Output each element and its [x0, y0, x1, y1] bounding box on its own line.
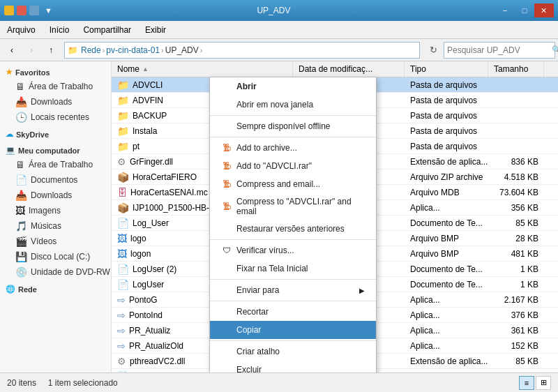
- sidebar-item-desktop2[interactable]: 🖥 Área de Trabalho: [0, 157, 111, 172]
- addr-server[interactable]: pv-cin-data-01: [106, 45, 160, 55]
- sidebar-item-desktop1[interactable]: 🖥 Área de Trabalho: [0, 79, 111, 94]
- context-menu-item[interactable]: 🗜Add to "ADVCLI.rar": [210, 157, 376, 175]
- forward-button[interactable]: ›: [22, 41, 40, 59]
- file-type-cell: Pasta de arquivos: [405, 77, 488, 92]
- sidebar-item-downloads2[interactable]: 📥 Downloads: [0, 188, 111, 203]
- submenu-arrow: ▶: [359, 287, 365, 294]
- file-name: ADVCLI: [133, 80, 163, 90]
- file-type-cell: Documento de Te...: [405, 277, 488, 292]
- minimize-button[interactable]: −: [495, 3, 515, 17]
- context-menu-item[interactable]: Recortar: [210, 303, 376, 321]
- sidebar-item-recent[interactable]: 🕒 Locais recentes: [0, 110, 111, 125]
- file-type-icon: 📦: [117, 202, 129, 213]
- context-menu-item[interactable]: Copiar: [210, 321, 376, 339]
- sidebar-skydrive-header[interactable]: ☁ SkyDrive: [0, 128, 111, 141]
- col-type[interactable]: Tipo: [405, 61, 488, 77]
- file-name: PontoInd: [129, 310, 163, 320]
- refresh-button[interactable]: ↻: [424, 41, 442, 59]
- ctx-zip-icon: 🗜: [221, 142, 232, 153]
- context-menu-item[interactable]: 🗜Compress to "ADVCLI.rar" and email: [210, 193, 376, 220]
- sidebar-item-disk-c[interactable]: 💾 Disco Local (C:): [0, 249, 111, 264]
- file-name: BACKUP: [133, 111, 167, 121]
- file-type: Extensão de aplica...: [410, 157, 488, 167]
- file-type-icon: ⚙: [117, 356, 126, 367]
- file-type: Documento de Te...: [410, 264, 483, 274]
- context-menu-item[interactable]: Abrir: [210, 77, 376, 96]
- context-menu-item[interactable]: Enviar para▶: [210, 281, 376, 299]
- menu-inicio[interactable]: Início: [43, 21, 77, 38]
- sidebar-network-header[interactable]: 🌐 Rede: [0, 282, 111, 296]
- sidebar-computer-header[interactable]: 💻 Meu computador: [0, 144, 111, 157]
- context-menu-item[interactable]: Excluir: [210, 361, 376, 372]
- sidebar-label-desktop1: Área de Trabalho: [29, 82, 93, 91]
- file-type-cell: Pasta de arquivos: [405, 139, 488, 153]
- context-menu-item[interactable]: Sempre disponível offline: [210, 117, 376, 135]
- addr-current[interactable]: UP_ADV: [165, 45, 199, 55]
- sidebar-item-images[interactable]: 🖼 Imagens: [0, 203, 111, 218]
- context-menu-item[interactable]: 🛡Verificar vírus...: [210, 241, 376, 259]
- menu-exibir[interactable]: Exibir: [138, 21, 173, 38]
- sidebar-computer: 💻 Meu computador 🖥 Área de Trabalho 📄 Do…: [0, 144, 111, 280]
- ctx-label: Abrir em nova janela: [236, 100, 313, 110]
- close-button[interactable]: ✕: [534, 3, 554, 17]
- context-menu-separator: [210, 239, 376, 240]
- context-menu-item[interactable]: Criar atalho: [210, 342, 376, 361]
- file-size: 2.167 KB: [504, 295, 538, 305]
- ctx-label: Criar atalho: [236, 347, 280, 356]
- file-type-icon: ⇨: [117, 340, 126, 352]
- view-details-button[interactable]: ≡: [519, 376, 534, 390]
- file-type: Arquivo ZIP archive: [410, 172, 483, 182]
- sidebar-favorites-header[interactable]: ★ Favoritos: [0, 66, 111, 79]
- file-type-cell: Aplica...: [405, 200, 488, 215]
- view-tiles-button[interactable]: ⊞: [536, 376, 551, 390]
- sidebar-item-dvd[interactable]: 💿 Unidade de DVD-RW: [0, 264, 111, 280]
- search-box[interactable]: 🔍: [444, 42, 555, 59]
- col-size[interactable]: Tamanho: [488, 61, 544, 77]
- file-size: 73.604 KB: [499, 188, 538, 197]
- file-type-cell: Pasta de arquivos: [405, 93, 488, 107]
- dvd-icon: 💿: [15, 266, 27, 278]
- sidebar-item-videos[interactable]: 🎬 Vídeos: [0, 234, 111, 249]
- file-name: System: [133, 372, 160, 373]
- sidebar-item-downloads1[interactable]: 📥 Downloads: [0, 94, 111, 110]
- ctx-label: Excluir: [236, 365, 262, 372]
- context-menu-item[interactable]: 🗜Compress and email...: [210, 175, 376, 193]
- search-icon[interactable]: 🔍: [552, 45, 558, 54]
- context-menu-item[interactable]: 🗜Add to archive...: [210, 139, 376, 157]
- file-type-icon: 📁: [117, 126, 129, 137]
- file-name: PR_Atualiz: [129, 326, 170, 336]
- sidebar-item-docs[interactable]: 📄 Documentos: [0, 172, 111, 188]
- context-menu-item[interactable]: Restaurar versões anteriores: [210, 220, 376, 238]
- file-size-cell: 361 KB: [488, 323, 544, 338]
- menu-compartilhar[interactable]: Compartilhar: [76, 21, 138, 38]
- ctx-label: Sempre disponível offline: [236, 121, 331, 131]
- file-type-cell: Extensão de aplica...: [405, 154, 488, 169]
- recent-icon: 🕒: [15, 112, 27, 123]
- file-size-cell: 481 KB: [488, 246, 544, 261]
- file-type-icon: 📁: [117, 80, 129, 91]
- sidebar-item-music[interactable]: 🎵 Músicas: [0, 218, 111, 234]
- sidebar-favorites: ★ Favoritos 🖥 Área de Trabalho 📥 Downloa…: [0, 66, 111, 125]
- file-type-cell: Arquivo BMP: [405, 231, 488, 246]
- network-icon: 🌐: [6, 285, 15, 294]
- col-date[interactable]: Data de modificaç...: [293, 61, 405, 77]
- toolbar: ‹ › ↑ 📁 Rede › pv-cin-data-01 › UP_ADV ›…: [0, 39, 558, 61]
- col-name[interactable]: Nome ▲: [112, 61, 293, 77]
- selected-count: 1 item selecionado: [48, 378, 118, 388]
- maximize-button[interactable]: □: [515, 3, 534, 17]
- address-bar[interactable]: 📁 Rede › pv-cin-data-01 › UP_ADV ›: [64, 42, 420, 59]
- menu-arquivo[interactable]: Arquivo: [0, 21, 43, 38]
- addr-rede[interactable]: Rede: [81, 45, 101, 55]
- file-type: Pasta de arquivos: [410, 142, 477, 151]
- file-type-cell: Arquivo BMP: [405, 246, 488, 261]
- window-controls: − □ ✕: [495, 3, 554, 17]
- search-input[interactable]: [447, 45, 552, 55]
- file-type-cell: Extensão de aplica...: [405, 354, 488, 368]
- file-size-cell: 85 KB: [488, 216, 544, 230]
- ctx-label: Copiar: [236, 325, 261, 335]
- context-menu-item[interactable]: Fixar na Tela Inicial: [210, 259, 376, 278]
- up-button[interactable]: ↑: [42, 41, 60, 59]
- context-menu-item[interactable]: Abrir em nova janela: [210, 96, 376, 114]
- back-button[interactable]: ‹: [3, 41, 21, 59]
- file-size: 376 KB: [511, 310, 538, 320]
